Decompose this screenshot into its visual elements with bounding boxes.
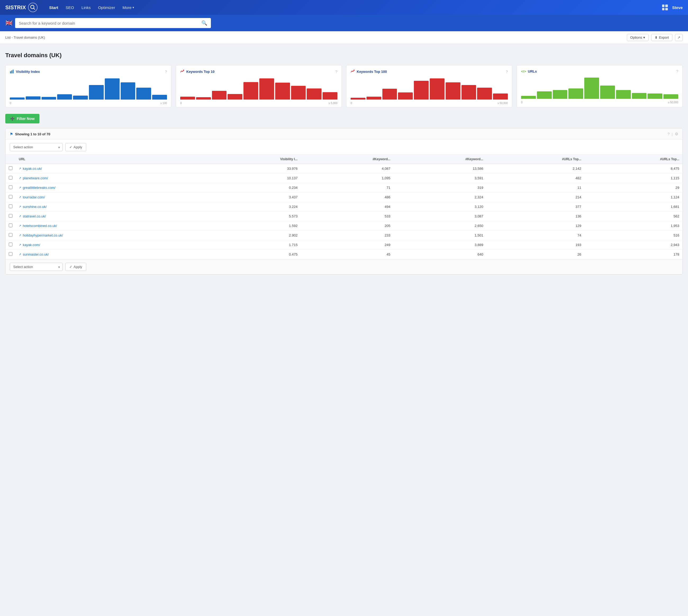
- row-kw100: 13,586: [393, 164, 486, 174]
- chart-area: [10, 77, 167, 101]
- table-help-icon[interactable]: ?: [668, 132, 670, 136]
- row-checkbox-2[interactable]: [9, 185, 13, 189]
- row-checkbox-cell: [5, 212, 16, 221]
- nav-seo[interactable]: SEO: [62, 4, 78, 12]
- row-url: ↗ sunmaster.co.uk/: [16, 250, 210, 259]
- row-kw100: 3,591: [393, 174, 486, 183]
- svg-point-5: [183, 70, 184, 71]
- filter-plus-icon: ➕: [10, 116, 15, 121]
- row-checkbox-1[interactable]: [9, 176, 13, 180]
- nav-right: Steve: [662, 4, 683, 10]
- row-checkbox-3[interactable]: [9, 195, 13, 199]
- chart-bar: [477, 88, 492, 100]
- share-icon: ↗: [678, 36, 680, 40]
- url-link[interactable]: kayak.com/: [23, 243, 40, 247]
- chart-title-text: Keywords Top 10: [186, 70, 214, 74]
- chart-bar: [307, 88, 322, 100]
- row-checkbox-5[interactable]: [9, 214, 13, 218]
- row-checkbox-cell: [5, 202, 16, 212]
- chart-bar: [323, 92, 337, 100]
- chart-labels: 0 ≥ 50,000: [351, 102, 508, 105]
- nav-links-item[interactable]: Links: [78, 4, 94, 12]
- url-link[interactable]: holidayhypermarket.co.uk/: [23, 233, 63, 237]
- chart-bar: [414, 81, 429, 100]
- user-name[interactable]: Steve: [672, 5, 683, 10]
- export-button[interactable]: ⬇ Export: [651, 34, 672, 41]
- url-link[interactable]: tourradar.com/: [23, 195, 45, 199]
- options-button[interactable]: Options ▾: [627, 34, 649, 41]
- page-title: Travel domains (UK): [5, 52, 683, 59]
- external-link-icon: ↗: [19, 195, 21, 199]
- url-link[interactable]: kayak.co.uk/: [23, 167, 42, 171]
- nav-optimizer[interactable]: Optimizer: [94, 4, 119, 12]
- chart-bar: [366, 97, 381, 100]
- row-url100: 1,124: [584, 193, 683, 202]
- row-kw10: 233: [301, 231, 393, 240]
- chart-bar: [632, 93, 647, 99]
- row-url100: 29: [584, 183, 683, 193]
- chart-bar: [121, 82, 136, 100]
- row-checkbox-6[interactable]: [9, 223, 13, 227]
- row-url100: 2,943: [584, 240, 683, 250]
- url-link[interactable]: hotelscombined.co.uk/: [23, 224, 57, 228]
- search-input-wrap: 🔍: [15, 18, 211, 28]
- select-action-bottom[interactable]: Select action: [10, 263, 63, 271]
- chart-card-visibility-index: Visibility Index ? 0 ≥ 100: [5, 65, 171, 108]
- table-gear-icon[interactable]: ⚙: [675, 132, 678, 136]
- share-button[interactable]: ↗: [675, 34, 683, 41]
- row-kw100: 640: [393, 250, 486, 259]
- row-checkbox-7[interactable]: [9, 233, 13, 237]
- options-chevron-icon: ▾: [643, 36, 645, 40]
- url-link[interactable]: greatlittlebreaks.com/: [23, 186, 55, 190]
- logo-icon: [28, 3, 38, 12]
- table-body: ↗ kayak.co.uk/ 33.976 4,087 13,586 2,142…: [5, 164, 683, 259]
- top-nav: SISTRIX Start SEO Links Optimizer More ▾…: [0, 0, 688, 15]
- chart-title: Keywords Top 10: [180, 69, 214, 74]
- row-url: ↗ sunshine.co.uk/: [16, 202, 210, 212]
- row-checkbox-9[interactable]: [9, 252, 13, 256]
- chart-help-icon[interactable]: ?: [506, 70, 508, 74]
- external-link-icon: ↗: [19, 205, 21, 208]
- row-checkbox-4[interactable]: [9, 204, 13, 208]
- nav-more[interactable]: More ▾: [119, 4, 138, 12]
- row-kw10: 494: [301, 202, 393, 212]
- url-link[interactable]: statravel.co.uk/: [23, 214, 46, 218]
- apply-button-bottom[interactable]: ✓ Apply: [65, 263, 86, 271]
- url-link[interactable]: sunshine.co.uk/: [23, 205, 47, 209]
- chart-bar: [26, 96, 41, 100]
- chart-labels: 0 ≥ 50,000: [521, 101, 678, 104]
- row-kw100: 2,324: [393, 193, 486, 202]
- chart-bar: [461, 85, 476, 100]
- grid-icon[interactable]: [662, 4, 668, 10]
- chart-help-icon[interactable]: ?: [676, 69, 678, 73]
- row-kw100: 319: [393, 183, 486, 193]
- filter-now-button[interactable]: ➕ Filter Now: [5, 114, 40, 124]
- chart-labels: 0 ≥ 100: [10, 102, 167, 105]
- row-checkbox-cell: [5, 240, 16, 250]
- chart-help-icon[interactable]: ?: [165, 70, 167, 74]
- table-row: ↗ kayak.co.uk/ 33.976 4,087 13,586 2,142…: [5, 164, 683, 174]
- chart-bar: [445, 82, 460, 100]
- row-url100: 178: [584, 250, 683, 259]
- row-kw100: 3,120: [393, 202, 486, 212]
- chart-title-icon: [351, 69, 355, 74]
- url-link[interactable]: sunmaster.co.uk/: [23, 252, 49, 256]
- apply-button-top[interactable]: ✓ Apply: [65, 143, 86, 151]
- chart-help-icon[interactable]: ?: [335, 70, 337, 74]
- logo: SISTRIX: [5, 3, 38, 12]
- breadcrumb-bar: List - Travel domains (UK) Options ▾ ⬇ E…: [0, 31, 688, 44]
- select-action-top[interactable]: Select action: [10, 143, 63, 151]
- row-url10: 482: [486, 174, 584, 183]
- row-checkbox-8[interactable]: [9, 243, 13, 246]
- row-checkbox-cell: [5, 183, 16, 193]
- row-kw10: 533: [301, 212, 393, 221]
- chart-bar: [568, 88, 583, 99]
- search-input[interactable]: [19, 21, 201, 25]
- nav-start[interactable]: Start: [46, 4, 62, 12]
- row-checkbox-cell: [5, 250, 16, 259]
- url-link[interactable]: planetware.com/: [23, 176, 48, 180]
- chart-bar: [521, 96, 536, 99]
- row-checkbox-0[interactable]: [9, 166, 13, 170]
- chart-title: Visibility Index: [10, 69, 40, 74]
- chart-min-label: 0: [351, 102, 352, 105]
